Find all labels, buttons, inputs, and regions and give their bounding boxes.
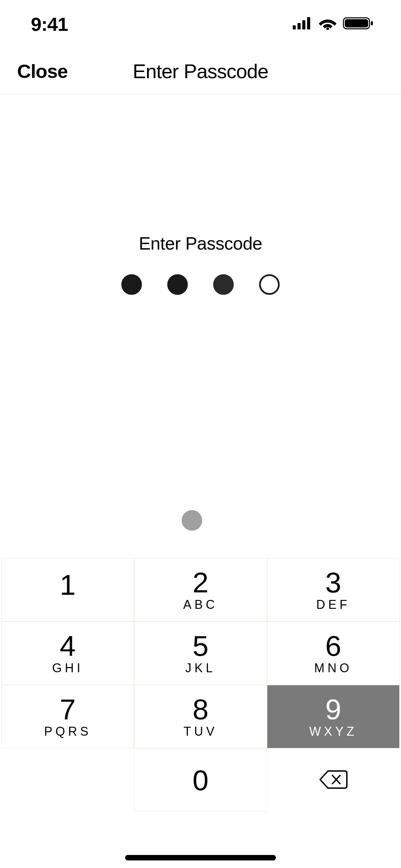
- svg-rect-6: [345, 19, 368, 27]
- svg-point-4: [326, 27, 329, 30]
- key-letters: WXYZ: [309, 724, 357, 739]
- keypad-key-7[interactable]: 7 PQRS: [1, 685, 134, 748]
- svg-rect-1: [297, 23, 301, 29]
- svg-rect-3: [307, 17, 310, 29]
- svg-rect-7: [371, 21, 373, 25]
- keypad-key-4[interactable]: 4 GHI: [1, 622, 134, 685]
- key-letters: PQRS: [44, 724, 92, 739]
- keypad-key-2[interactable]: 2 ABC: [134, 558, 267, 622]
- key-number: 0: [193, 766, 209, 795]
- key-letters: DEF: [316, 598, 350, 612]
- keypad-key-6[interactable]: 6 MNO: [267, 622, 400, 685]
- key-number: 1: [60, 570, 76, 599]
- numeric-keypad: 1 2 ABC 3 DEF 4 GHI 5 JKL 6 MNO 7 PQRS 8…: [1, 558, 400, 812]
- key-letters: MNO: [314, 661, 352, 675]
- key-letters: ABC: [183, 598, 218, 612]
- status-icons: [293, 16, 374, 32]
- nav-header: Close Enter Passcode: [0, 48, 401, 94]
- status-bar: 9:41: [0, 0, 401, 48]
- keypad-key-3[interactable]: 3 DEF: [267, 558, 400, 622]
- key-number: 4: [60, 631, 76, 660]
- keypad-backspace-button[interactable]: [267, 748, 400, 812]
- backspace-icon: [319, 770, 348, 791]
- passcode-dot: [121, 274, 142, 295]
- status-time: 9:41: [31, 13, 68, 35]
- key-number: 9: [325, 695, 341, 724]
- key-number: 6: [325, 631, 341, 660]
- key-number: 5: [193, 631, 209, 660]
- passcode-prompt-label: Enter Passcode: [139, 233, 262, 254]
- wifi-icon: [319, 17, 337, 31]
- passcode-dot: [167, 274, 188, 295]
- passcode-dot: [213, 274, 234, 295]
- key-number: 7: [60, 695, 76, 724]
- key-letters: TUV: [183, 724, 217, 739]
- keypad-key-9[interactable]: 9 WXYZ: [267, 685, 400, 748]
- battery-icon: [343, 16, 374, 32]
- keypad-key-0[interactable]: 0: [134, 748, 267, 812]
- key-number: 3: [325, 568, 341, 597]
- key-letters: JKL: [185, 661, 216, 675]
- passcode-prompt-area: Enter Passcode: [0, 233, 401, 295]
- key-letters: GHI: [52, 661, 83, 675]
- keypad-key-8[interactable]: 8 TUV: [134, 685, 267, 748]
- passcode-dot: [259, 274, 280, 295]
- key-number: 2: [193, 568, 209, 597]
- svg-rect-2: [302, 20, 305, 29]
- keypad-key-1[interactable]: 1: [1, 558, 134, 622]
- passcode-dots: [121, 274, 280, 295]
- keypad-key-5[interactable]: 5 JKL: [134, 622, 267, 685]
- touch-indicator: [182, 510, 202, 531]
- cellular-icon: [293, 17, 313, 31]
- home-indicator[interactable]: [125, 855, 276, 860]
- close-button[interactable]: Close: [17, 60, 68, 82]
- key-number: 8: [193, 695, 209, 724]
- svg-rect-0: [293, 25, 296, 29]
- keypad-key-blank: [1, 748, 134, 812]
